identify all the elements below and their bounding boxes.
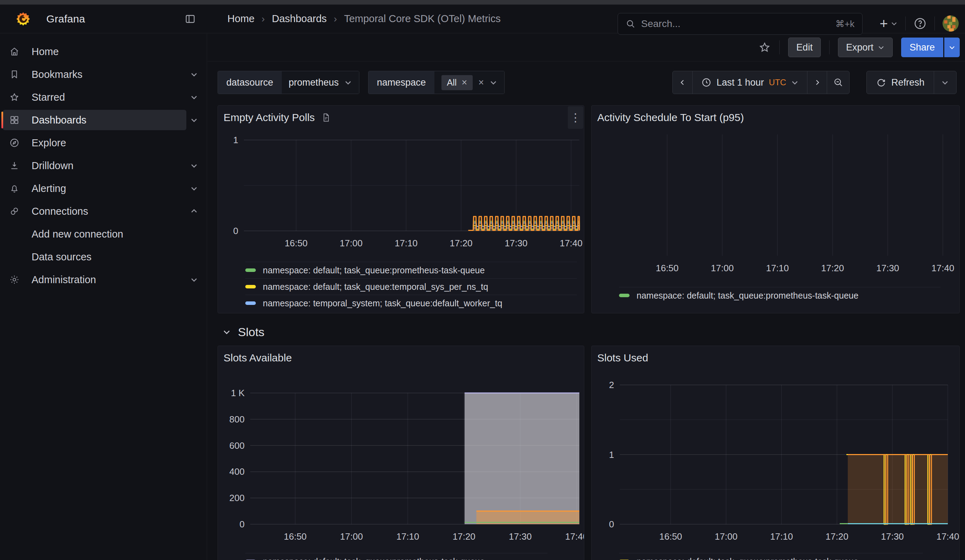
panel-title[interactable]: Activity Schedule To Start (p95) [597,110,744,125]
svg-text:17:00: 17:00 [715,531,738,542]
chevron-down-icon [489,78,497,87]
svg-text:17:30: 17:30 [505,238,527,248]
sidebar-row: Connections [3,201,202,221]
chevron-down-icon[interactable] [186,272,202,287]
panel-legend: namespace: default; task_queue:prometheu… [245,251,577,311]
namespace-value-tag[interactable]: All × [442,75,473,90]
sidebar-item-drilldown[interactable]: Drilldown [3,155,186,176]
legend-item[interactable]: namespace: default; task_queue:prometheu… [619,287,940,304]
panel-empty-activity-polls: Empty Activity Polls ⋮ 0116:5017:0017:10… [218,105,584,313]
help-button[interactable] [913,17,927,30]
svg-text:16:50: 16:50 [285,238,307,248]
time-range-picker-button[interactable]: Last 1 hour UTC [692,71,807,94]
sidebar-item-add-new-connection[interactable]: Add new connection [3,224,186,244]
mega-menu-toggle-icon[interactable] [183,11,198,27]
dashboard-actions-b ar: Edit Export Share [208,34,965,61]
refresh-interval-dropdown[interactable] [934,71,956,94]
chevron-down-icon [891,20,898,27]
sidebar-item-administration[interactable]: Administration [3,269,186,290]
series-color-pill [245,301,256,305]
panel-description-icon[interactable] [321,113,331,122]
chevron-down-icon[interactable] [186,90,202,105]
chevron-down-icon [791,78,799,87]
time-shift-forward-button[interactable] [807,71,827,94]
edit-button[interactable]: Edit [788,38,821,57]
remove-tag-icon[interactable]: × [461,78,467,87]
slots-available-chart[interactable]: 02004006008001 K16:5017:0017:1017:2017:3… [218,346,584,560]
svg-text:16:50: 16:50 [284,531,307,542]
svg-text:17:20: 17:20 [450,238,473,248]
share-button[interactable]: Share [901,38,943,57]
slots-used-chart[interactable]: 01216:5017:0017:1017:2017:3017:40 [592,346,959,560]
user-avatar[interactable] [942,15,959,31]
breadcrumb-home[interactable]: Home [227,13,254,24]
svg-text:17:40: 17:40 [931,263,954,273]
refresh-icon [876,77,886,88]
time-zoom-out-button[interactable] [827,71,849,94]
sidebar-item-bookmarks[interactable]: Bookmarks [3,64,186,85]
panel-title[interactable]: Slots Available [224,350,292,366]
share-dropdown-button[interactable] [944,38,960,57]
svg-text:17:30: 17:30 [876,263,899,273]
svg-text:17:10: 17:10 [766,263,789,273]
search-input-wrap[interactable]: ⌘+k [618,13,862,35]
grafana-logo-icon[interactable] [15,11,31,27]
svg-text:1 K: 1 K [231,388,245,398]
divider [829,40,829,54]
legend-item[interactable]: namespace: temporal_system; task_queue:d… [245,295,577,311]
chevron-down-icon [941,78,949,87]
refresh-controls: Refresh [867,71,957,94]
mega-menu-sidebar: Home Bookmarks Sta [0,34,207,560]
svg-text:17:10: 17:10 [770,531,793,542]
chevron-down-icon [344,78,352,87]
svg-text:17:40: 17:40 [560,238,582,248]
chevron-up-icon[interactable] [186,204,202,219]
search-input[interactable] [641,18,830,29]
svg-text:16:50: 16:50 [659,531,682,542]
sidebar-item-home[interactable]: Home [3,41,186,62]
new-item-button[interactable]: + [880,16,898,31]
refresh-button[interactable]: Refresh [867,71,934,94]
svg-text:17:30: 17:30 [509,531,532,542]
chevron-down-icon[interactable] [186,181,202,196]
share-button-group: Share [901,38,960,57]
home-icon [9,46,20,57]
namespace-label: namespace [368,71,434,94]
panel-menu-kebab-icon[interactable]: ⋮ [568,106,583,129]
legend-item[interactable]: namespace: default; task_queue:prometheu… [245,553,548,560]
legend-item[interactable]: namespace: default; task_queue:prometheu… [245,262,577,278]
sidebar-item-dashboards[interactable]: Dashboards [3,110,186,130]
sidebar-row: Starred [3,87,202,107]
panel-title[interactable]: Slots Used [597,350,648,366]
clear-all-icon[interactable]: × [478,78,484,87]
drilldown-icon [9,160,20,171]
sidebar-item-starred[interactable]: Starred [3,87,186,107]
chevron-down-icon[interactable] [186,158,202,173]
legend-item[interactable]: namespace: default; task_queue:temporal_… [245,278,577,295]
section-slots-toggle[interactable]: Slots [222,323,265,340]
grafana-app: Grafana Home › Dashboards › Temporal Cor… [0,0,965,560]
svg-text:17:00: 17:00 [711,263,734,273]
top-navbar: Grafana Home › Dashboards › Temporal Cor… [0,5,965,33]
sidebar-row: Home [3,41,202,62]
time-shift-back-button[interactable] [673,71,692,94]
chevron-down-icon[interactable] [186,112,202,128]
export-button[interactable]: Export [838,38,893,57]
chevron-down-icon[interactable] [186,67,202,82]
sidebar-row: Data sources [3,247,202,267]
breadcrumb-dashboards[interactable]: Dashboards [272,13,327,24]
sidebar-item-connections[interactable]: Connections [3,201,186,221]
datasource-select[interactable]: prometheus [282,71,359,94]
sidebar-item-alerting[interactable]: Alerting [3,178,186,199]
panel-title[interactable]: Empty Activity Polls [224,110,331,125]
panel-activity-schedule-to-start: Activity Schedule To Start (p95) 16:5017… [591,105,960,313]
favorite-star-button[interactable] [758,41,771,54]
namespace-select[interactable]: All × × [434,71,504,94]
sidebar-row: Bookmarks [3,64,202,85]
svg-text:2: 2 [609,380,614,390]
svg-text:17:10: 17:10 [395,238,417,248]
svg-text:17:10: 17:10 [396,531,419,542]
sidebar-item-explore[interactable]: Explore [3,132,186,153]
legend-item[interactable]: namespace: default; task_queue:prometheu… [619,553,923,560]
sidebar-item-data-sources[interactable]: Data sources [3,247,186,267]
